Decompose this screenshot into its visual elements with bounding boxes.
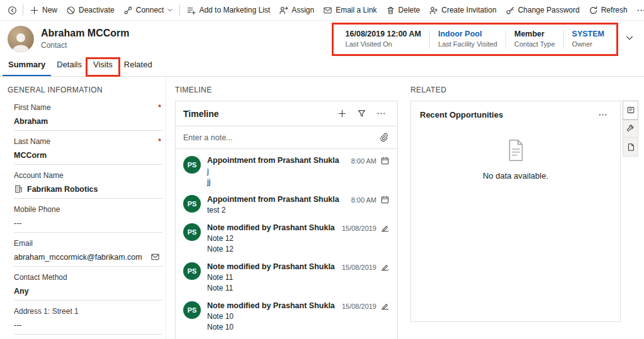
command-bar: NewDeactivateConnectAdd to Marketing Lis… <box>0 0 644 21</box>
delete-icon <box>386 6 395 15</box>
timeline-item-timestamp: 8:00 AM <box>351 157 376 165</box>
record-set-navigator-button[interactable] <box>4 1 21 19</box>
field-address-1-street-1[interactable]: Address 1: Street 1--- <box>14 301 162 335</box>
recent-opportunities-more-button[interactable] <box>594 109 611 121</box>
timeline-item-meta: 15/08/2019 <box>342 301 390 331</box>
timeline-add-button[interactable] <box>334 107 351 120</box>
tab-visits[interactable]: Visits <box>88 60 118 76</box>
command-label: Deactivate <box>79 6 115 14</box>
header-field-owner: SYSTEMOwner <box>564 30 613 48</box>
command-connect[interactable]: Connect <box>119 1 178 19</box>
command-email-a-link[interactable]: Email a Link <box>319 1 381 19</box>
timeline-item[interactable]: PSNote modified by Prashant ShuklaNote 1… <box>176 216 397 255</box>
timeline-item-title: Appointment from Prashant Shukla <box>207 195 346 204</box>
tab-related[interactable]: Related <box>118 60 158 76</box>
page-icon <box>626 143 635 152</box>
timeline-item-meta: 15/08/2019 <box>342 223 390 253</box>
panel-tools-button[interactable] <box>623 119 638 138</box>
timeline-item-body: Note modified by Prashant ShuklaNote 10N… <box>207 301 337 331</box>
command-deactivate[interactable]: Deactivate <box>62 1 119 19</box>
column-separator <box>166 77 166 339</box>
field-label: Email <box>14 239 162 248</box>
timeline-item[interactable]: PSNote modified by Prashant ShuklaNote 1… <box>176 294 397 333</box>
timeline-more-button[interactable] <box>373 107 390 120</box>
command-more-commands[interactable] <box>632 1 644 19</box>
plus-icon <box>337 109 347 118</box>
timeline-item-body: Note modified by Prashant ShuklaNote 11N… <box>207 262 337 292</box>
timeline-item-line: Note 10 <box>207 323 337 331</box>
header-field-label: Contact Type <box>514 40 555 48</box>
timeline-item[interactable]: PSAppointment from Prashant Shuklajjj8:0… <box>176 149 397 188</box>
tab-summary[interactable]: Summary <box>3 60 51 76</box>
timeline-item[interactable]: PSNote modified by Prashant ShuklaNote 9… <box>176 333 397 339</box>
command-label: Refresh <box>601 6 628 14</box>
field-value: Any <box>14 287 29 296</box>
timeline-item-timestamp: 15/08/2019 <box>342 225 376 232</box>
timeline-actions <box>334 107 390 120</box>
attach-file-button[interactable] <box>378 131 390 143</box>
timeline-item-line: j <box>207 167 346 175</box>
field-last-name[interactable]: Last Name*MCCorm <box>14 131 162 165</box>
header-field-value: Member <box>514 30 555 38</box>
connect-icon <box>123 6 133 15</box>
timeline-item[interactable]: PSAppointment from Prashant Shuklatest 2… <box>176 188 397 216</box>
command-delete[interactable]: Delete <box>381 1 425 19</box>
required-asterisk: * <box>158 137 161 146</box>
field-value: --- <box>14 321 22 330</box>
timeline-header: Timeline <box>176 101 397 126</box>
tab-details[interactable]: Details <box>51 60 88 76</box>
avatar-initials: PS <box>183 301 201 319</box>
command-assign[interactable]: Assign <box>274 1 319 19</box>
header-field-value[interactable]: SYSTEM <box>572 30 604 38</box>
timeline-item-timestamp: 15/08/2019 <box>342 303 376 310</box>
command-add-to-marketing-list[interactable]: Add to Marketing List <box>182 1 274 19</box>
empty-state-text: No data available. <box>411 171 620 181</box>
building-icon <box>14 184 23 194</box>
timeline-item-title: Note modified by Prashant Shukla <box>207 262 337 271</box>
field-address-1-street-2[interactable]: Address 1: Street 2 <box>14 335 162 339</box>
field-value: abraham_mccormick@fabrikam.com <box>14 253 142 262</box>
timeline-items: PSAppointment from Prashant Shuklajjj8:0… <box>176 149 397 339</box>
record-name: Abraham MCCorm <box>41 28 129 39</box>
command-label: Delete <box>398 6 421 14</box>
note-icon <box>380 262 390 272</box>
panel-form-button[interactable] <box>623 101 638 119</box>
timeline-item-meta: 8:00 AM <box>351 195 390 214</box>
field-account-name[interactable]: Account NameFabrikam Robotics <box>14 165 162 199</box>
field-email[interactable]: Emailabraham_mccormick@fabrikam.com <box>14 233 162 267</box>
timeline-item-meta: 15/08/2019 <box>342 262 390 292</box>
header-collapse-button[interactable] <box>623 31 636 47</box>
header-field-value: 16/08/2019 12:00 AM <box>346 30 421 38</box>
field-first-name[interactable]: First Name*Abraham <box>14 97 162 131</box>
command-label: Email a Link <box>336 6 376 14</box>
avatar-initials: PS <box>183 223 201 241</box>
timeline-item-line: Note 12 <box>207 234 337 243</box>
refresh-icon <box>589 6 598 15</box>
note-input-row <box>176 126 397 149</box>
field-label: Account Name <box>14 171 162 180</box>
recent-opportunities-card: Recent Opportunities No data available. <box>410 101 621 322</box>
contact-avatar[interactable] <box>8 26 34 52</box>
plus-icon <box>30 6 39 15</box>
note-input[interactable] <box>183 133 378 142</box>
panel-document-button[interactable] <box>623 138 638 156</box>
general-information-fields: First Name*AbrahamLast Name*MCCormAccoun… <box>8 97 162 339</box>
related-section: RELATED Recent Opportunities No data ava… <box>410 86 621 322</box>
document-icon <box>504 138 528 162</box>
field-label: Address 1: Street 1 <box>14 307 162 316</box>
header-field-last-facility-visited: Indoor PoolLast Facility Visited <box>430 30 506 48</box>
command-refresh[interactable]: Refresh <box>584 1 632 19</box>
wrench-icon <box>626 124 635 133</box>
field-label: Mobile Phone <box>14 205 162 214</box>
assign-icon <box>279 6 288 15</box>
recent-opportunities-title: Recent Opportunities <box>420 110 503 119</box>
field-contact-method[interactable]: Contact MethodAny <box>14 267 162 301</box>
header-field-value[interactable]: Indoor Pool <box>438 30 497 38</box>
timeline-item[interactable]: PSNote modified by Prashant ShuklaNote 1… <box>176 255 397 294</box>
record-identity: Abraham MCCorm Contact <box>8 26 129 52</box>
timeline-filter-button[interactable] <box>353 107 370 120</box>
command-change-password[interactable]: Change Password <box>501 1 584 19</box>
command-new[interactable]: New <box>25 1 62 19</box>
command-create-invitation[interactable]: Create Invitation <box>424 1 500 19</box>
field-mobile-phone[interactable]: Mobile Phone--- <box>14 199 162 233</box>
